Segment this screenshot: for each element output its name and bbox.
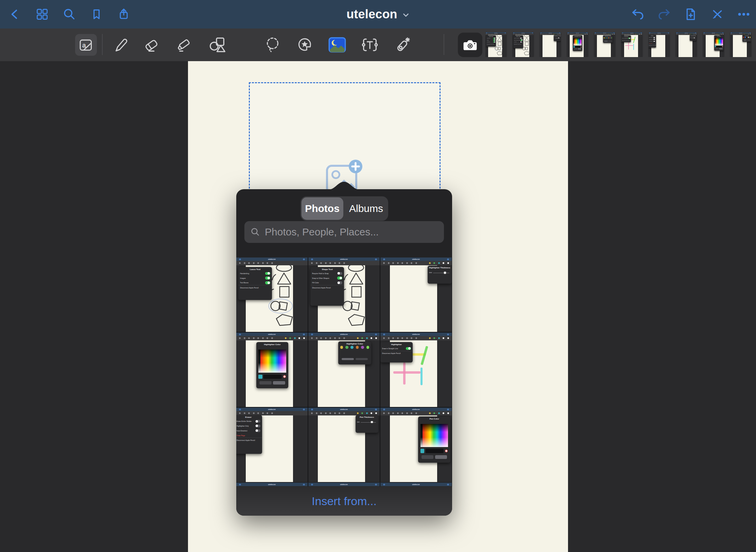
mini-document-title: utelecon — [739, 33, 742, 33]
photo-item-7[interactable]: uteleconEraserErase Entire StrokeHighlig… — [236, 408, 308, 482]
strip-mini-screenshot: uteleconPen Color — [703, 32, 724, 57]
mini-popover-title: Highlighter Color — [338, 341, 371, 345]
recent-photo-thumbnail-8[interactable]: uteleconPen Thickness — [676, 32, 697, 57]
photo-item-8[interactable]: uteleconPen Thickness — [308, 408, 380, 482]
mini-toggle — [628, 38, 630, 39]
recent-photo-thumbnail-2[interactable]: uteleconShape ToolRequire Hold to SnapSn… — [513, 32, 534, 57]
mini-popover-title: Pen Color — [714, 35, 724, 37]
tab-photos[interactable]: Photos — [302, 197, 343, 220]
recent-photo-thumbnail-7[interactable]: uteleconEraserErase Entire StrokeHighlig… — [649, 32, 670, 57]
mini-title-bar: utelecon — [308, 483, 380, 486]
add-page-button[interactable] — [683, 7, 698, 22]
popover-arrow — [329, 180, 359, 190]
mini-popover-pen_thick: Pen Thickness — [690, 35, 697, 41]
recent-photo-thumbnail-4[interactable]: uteleconHighlighter Color — [567, 32, 588, 57]
share-button[interactable] — [116, 7, 131, 22]
mini-toggle — [337, 272, 342, 275]
pages-overview-button[interactable] — [35, 7, 50, 22]
mini-thickness-slider — [429, 271, 450, 274]
bookmark-button[interactable] — [89, 7, 104, 22]
photo-item-partial-3[interactable]: utelecon — [380, 483, 452, 486]
photo-grid: uteleconLasso ToolHandwritingImagesText … — [236, 257, 452, 482]
search-button[interactable] — [62, 7, 77, 22]
recent-photo-thumbnail-9[interactable]: uteleconPen Color — [703, 32, 724, 57]
mini-document-title: utelecon — [412, 333, 420, 335]
undo-button[interactable] — [630, 7, 645, 22]
mini-document-title: utelecon — [631, 33, 634, 33]
recent-photo-thumbnail-6[interactable]: uteleconHighlighterDraw in Straight Line… — [621, 32, 642, 57]
mini-popover-title: Pen Thickness — [356, 415, 378, 419]
mini-popover-row: Auto-Deselect — [236, 428, 262, 433]
photo-item-6[interactable]: uteleconHighlighterDraw in Straight Line… — [380, 333, 452, 407]
mini-toggle — [653, 37, 655, 38]
toolbar-divider — [102, 34, 103, 55]
strip-mini-screenshot: uteleconLasso ToolHandwritingImagesText … — [485, 32, 506, 57]
ellipsis-icon — [737, 7, 751, 21]
tool-eraser[interactable] — [141, 34, 163, 56]
photo-item-1[interactable]: uteleconLasso ToolHandwritingImagesText … — [236, 257, 308, 332]
tool-pen[interactable] — [109, 34, 131, 56]
tool-elements[interactable] — [294, 34, 316, 56]
tool-image[interactable] — [326, 34, 348, 56]
mini-title-bar: utelecon — [236, 408, 308, 411]
insert-from-button[interactable]: Insert from... — [236, 486, 452, 516]
photo-item-9[interactable]: uteleconPen Color — [380, 408, 452, 482]
mini-toggle — [493, 41, 495, 42]
tab-albums[interactable]: Albums — [345, 197, 387, 220]
mini-title-bar: utelecon — [236, 257, 308, 261]
strip-mini-screenshot: uteleconEraserErase Entire StrokeHighlig… — [649, 32, 670, 57]
photo-item-partial-1[interactable]: utelecon — [236, 483, 308, 486]
pen-mode-toggle-button[interactable] — [710, 7, 725, 22]
mini-tool-bar — [380, 261, 452, 265]
mini-popover-footer-item: Disconnect Apple Pencil — [238, 285, 272, 290]
mini-hex-row — [573, 46, 582, 48]
photo-item-partial-2[interactable]: utelecon — [308, 483, 380, 486]
mini-popover-hl_draw: HighlighterDraw in Straight LineDisconne… — [621, 35, 631, 42]
image-tool-icon — [328, 37, 346, 53]
mini-document-title: utelecon — [412, 408, 420, 410]
tool-laser-pointer[interactable] — [392, 34, 414, 56]
mini-document-title: utelecon — [412, 483, 420, 485]
recent-photo-thumbnail-3[interactable]: uteleconHighlighter Thickness — [540, 32, 561, 57]
tool-shapes[interactable] — [207, 34, 228, 56]
mini-popover-title: Lasso Tool — [238, 267, 272, 271]
strip-mini-screenshot: uteleconHighlighter Color — [567, 32, 588, 57]
laser-pointer-icon — [394, 36, 412, 54]
tool-highlighter[interactable] — [173, 34, 195, 56]
redo-button[interactable] — [657, 7, 672, 22]
tool-text[interactable] — [359, 34, 381, 56]
recent-photo-thumbnail-10[interactable]: uteleconPen Color — [730, 32, 751, 57]
tool-lasso[interactable] — [262, 34, 284, 56]
mini-popover-pen_grid: Pen Color — [418, 416, 450, 463]
mini-popover-title: Highlighter Color — [573, 35, 582, 37]
recent-photo-thumbnail-5[interactable]: uteleconHighlighter Color — [594, 32, 615, 57]
shapes-icon — [209, 36, 226, 54]
photo-item-5[interactable]: uteleconHighlighter Color — [308, 333, 380, 407]
share-icon — [117, 8, 130, 21]
mini-title-bar: utelecon — [236, 483, 308, 486]
mini-toggle — [255, 429, 260, 432]
photo-mini-screenshot: utelecon — [380, 483, 452, 486]
photo-item-2[interactable]: uteleconShape ToolRequire Hold to SnapSn… — [308, 257, 380, 332]
more-button[interactable] — [736, 7, 751, 22]
highlighter-icon — [176, 36, 193, 53]
pen-cross-icon — [710, 7, 724, 21]
tool-zoom-writer[interactable]: a — [75, 34, 97, 56]
insert-from-label: Insert from... — [312, 495, 377, 508]
photo-item-3[interactable]: uteleconHighlighter Thickness — [380, 257, 452, 332]
recent-photo-thumbnail-1[interactable]: uteleconLasso ToolHandwritingImagesText … — [485, 32, 506, 57]
back-button[interactable] — [7, 7, 22, 22]
mini-popover-title: Highlighter Thickness — [554, 35, 561, 37]
mini-popover-footer-item: Disconnect Apple Pencil — [310, 285, 344, 290]
mini-popover-pen_grid: Pen Color — [714, 35, 724, 51]
photos-search-input[interactable] — [264, 226, 438, 238]
svg-text:a: a — [82, 41, 86, 49]
mini-toggle — [653, 41, 655, 42]
mini-popover-footer-item: Disconnect Apple Pencil — [621, 39, 631, 41]
photos-search-field[interactable] — [244, 221, 444, 243]
camera-button[interactable] — [458, 33, 482, 57]
mini-popover-shape: Shape ToolRequire Hold to SnapSnap to Ot… — [513, 35, 523, 48]
mini-popover-title: Highlighter — [380, 342, 413, 346]
bookmark-icon — [90, 8, 103, 20]
photo-item-4[interactable]: uteleconHighlighter Color — [236, 333, 308, 407]
